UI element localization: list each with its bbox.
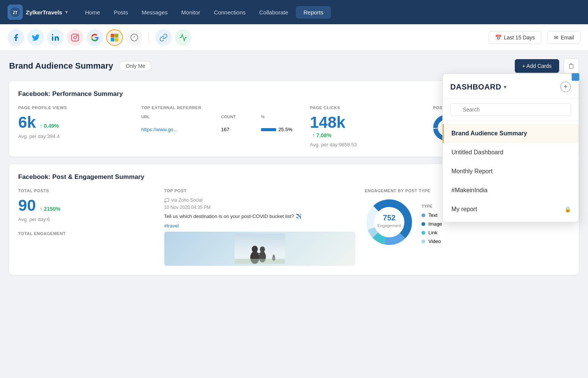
et-video: Video	[421, 237, 452, 246]
page-profile-change: ↑ 0.49%	[40, 123, 59, 129]
svg-rect-7	[111, 34, 114, 37]
main-content: Facebook: Performance Summary PAGE PROFI…	[0, 81, 588, 292]
microsoft-icon-btn[interactable]	[106, 29, 123, 46]
instagram-icon-btn[interactable]	[67, 29, 83, 46]
top-post-hashtag: #travel	[164, 223, 356, 229]
facebook-icon-btn[interactable]	[8, 29, 24, 46]
dashboard-title-row: DASHBOARD ▾	[450, 83, 506, 91]
referrer-bar	[261, 128, 276, 131]
referrer-bar-container: 25.5%	[261, 127, 301, 132]
top-post-text: Tell us which destination is on your pos…	[164, 213, 356, 220]
image-type-label: Image	[428, 221, 442, 227]
et-link: Link	[421, 228, 452, 237]
svg-rect-10	[115, 38, 118, 41]
lock-icon: 🔒	[564, 206, 571, 212]
video-dot	[421, 240, 425, 243]
top-referrer-metric: TOP EXTERNAL REFERRER URL COUNT % https:…	[141, 105, 301, 147]
calendar-icon: 📅	[495, 35, 502, 41]
referrer-count: 167	[221, 127, 261, 132]
total-posts-value: 90	[18, 198, 36, 213]
svg-rect-4	[72, 34, 79, 41]
svg-point-17	[252, 246, 258, 253]
dashboard-item-monthly[interactable]: Monthly Report	[443, 162, 579, 181]
email-label: Email	[561, 35, 574, 41]
pct-col-header: %	[261, 114, 301, 119]
google-icon-btn[interactable]	[86, 29, 103, 46]
dashboard-item-brand-audience[interactable]: Brand Audience Summary	[443, 124, 579, 143]
linkedin-icon-btn[interactable]	[47, 29, 64, 46]
svg-text:752: 752	[383, 213, 396, 222]
link-type-label: Link	[428, 230, 437, 235]
referrer-row: https://www.go... 167 25.5%	[141, 124, 301, 135]
nav-home[interactable]: Home	[79, 6, 106, 19]
brand[interactable]: ZT ZylkerTravels ▾	[8, 5, 68, 20]
add-cards-button[interactable]: + Add Cards	[515, 59, 559, 73]
total-posts-metric: TOTAL POSTS 90 ↑ 2150% Avg. per day:6 TO…	[18, 188, 155, 266]
nav-reports[interactable]: Reports	[296, 6, 331, 19]
dashboard-item-myreport[interactable]: My report 🔒	[443, 200, 579, 219]
social-divider	[149, 32, 149, 43]
referrer-url[interactable]: https://www.go...	[141, 127, 221, 132]
svg-point-19	[260, 246, 265, 253]
count-col-header: COUNT	[221, 114, 261, 119]
dashboard-dropdown-header: DASHBOARD ▾ +	[443, 74, 579, 99]
svg-point-5	[74, 36, 76, 39]
dashboard-item-untitled[interactable]: Untitled Dashboard	[443, 143, 579, 162]
nav-collaborate[interactable]: Collaborate	[253, 6, 294, 19]
engagement-donut: 752 Engagement	[365, 198, 414, 248]
top-post-via: via Zoho Social	[164, 198, 356, 203]
nav-monitor[interactable]: Monitor	[175, 6, 206, 19]
date-filter-button[interactable]: 📅 Last 15 Days	[489, 31, 541, 44]
link-icon-btn[interactable]	[155, 29, 172, 46]
dashboard-dropdown: DASHBOARD ▾ + 🔍 Brand Audience Summary U…	[442, 74, 579, 222]
nav-posts[interactable]: Posts	[108, 6, 134, 19]
brand-name: ZylkerTravels	[26, 9, 62, 16]
top-nav: ZT ZylkerTravels ▾ Home Posts Messages M…	[0, 0, 588, 24]
svg-rect-20	[234, 259, 285, 264]
dashboard-item-label-1: Untitled Dashboard	[451, 149, 503, 156]
dashboard-item-label-3: #MakeinIndia	[451, 187, 487, 194]
blue-corner-indicator	[572, 73, 579, 81]
top-referrer-label: TOP EXTERNAL REFERRER	[141, 105, 301, 110]
svg-rect-2	[52, 36, 53, 41]
page-profile-value: 6k	[18, 114, 36, 130]
brand-logo: ZT	[8, 5, 23, 20]
other-icon1-btn[interactable]	[126, 29, 143, 46]
chart-icon-btn[interactable]	[175, 29, 192, 46]
email-button[interactable]: ✉ Email	[547, 31, 580, 44]
nav-connections[interactable]: Connections	[208, 6, 252, 19]
nav-links: Home Posts Messages Monitor Connections …	[79, 6, 580, 19]
url-col-header: URL	[141, 114, 221, 119]
link-dot	[421, 231, 425, 235]
dashboard-add-button[interactable]: +	[560, 82, 571, 92]
page-title: Brand Audience Summary	[9, 61, 113, 71]
video-type-label: Video	[428, 238, 441, 244]
social-bar-right: 📅 Last 15 Days ✉ Email	[489, 31, 580, 44]
dashboard-search-wrapper: 🔍	[450, 103, 571, 116]
page-clicks-change: ↑ 7.08%	[312, 132, 332, 138]
page-clicks-avg: Avg. per day:9858.53	[310, 142, 424, 147]
page-clicks-metric: PAGE CLICKS 148k ↑ 7.08% Avg. per day:98…	[310, 105, 424, 147]
svg-point-22	[273, 254, 275, 257]
page-profile-label: PAGE PROFILE VIEWS	[18, 105, 132, 110]
text-type-label: Text	[428, 212, 437, 218]
dashboard-dropdown-chevron[interactable]: ▾	[504, 84, 506, 90]
svg-rect-9	[111, 38, 114, 41]
referrer-table: URL COUNT % https://www.go... 167 25.5%	[141, 114, 301, 135]
social-bar: 📅 Last 15 Days ✉ Email	[0, 24, 588, 51]
page-clicks-label: PAGE CLICKS	[310, 105, 424, 110]
nav-messages[interactable]: Messages	[135, 6, 173, 19]
total-engagement-label: TOTAL ENGAGEMENT	[18, 231, 155, 236]
twitter-icon-btn[interactable]	[27, 29, 44, 46]
image-dot	[421, 222, 425, 226]
dashboard-item-makein[interactable]: #MakeinIndia	[443, 181, 579, 200]
dashboard-search-input[interactable]	[450, 103, 571, 116]
brand-chevron: ▾	[65, 9, 68, 15]
visibility-badge[interactable]: Only Me	[119, 61, 152, 71]
dashboard-search-section: 🔍	[443, 99, 579, 121]
total-posts-avg: Avg. per day:6	[18, 216, 155, 222]
delete-button[interactable]	[564, 58, 579, 74]
dashboard-dropdown-title: DASHBOARD	[450, 83, 502, 91]
dashboard-item-label-0: Brand Audience Summary	[451, 130, 527, 137]
page-profile-views-metric: PAGE PROFILE VIEWS 6k ↑ 0.49% Avg. per d…	[18, 105, 132, 147]
